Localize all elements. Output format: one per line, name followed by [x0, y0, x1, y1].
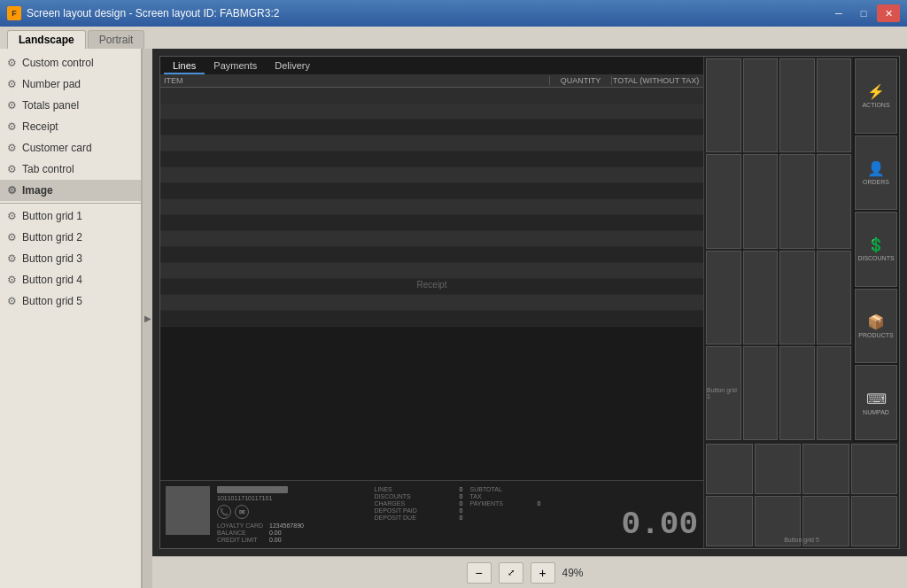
table-row — [160, 135, 703, 151]
totals-subtotal-section: SUBTOTAL TAX PAYMENTS — [470, 486, 541, 543]
grid-cell-labeled[interactable]: Button grid 1 — [706, 346, 741, 440]
sidebar-label-totals-panel: Totals panel — [22, 99, 79, 112]
sidebar-item-number-pad[interactable]: ⚙ Number pad — [0, 74, 141, 95]
sidebar-item-button-grid-4[interactable]: ⚙ Button grid 4 — [0, 269, 141, 290]
screen-tabs: Lines Payments Delivery — [160, 57, 703, 74]
customer-id: 1011011710117101 — [217, 495, 368, 501]
table-row — [160, 247, 703, 263]
totals-charges-label: CHARGES — [375, 500, 406, 507]
zoom-level-display: 49% — [562, 567, 593, 579]
gear-icon-6: ⚙ — [7, 163, 17, 175]
sidebar-item-totals-panel[interactable]: ⚙ Totals panel — [0, 95, 141, 116]
grid-cell[interactable] — [779, 346, 815, 440]
bottom-grid-cell[interactable] — [851, 444, 898, 494]
grid-cell[interactable] — [743, 58, 779, 152]
grid-cell[interactable] — [743, 251, 779, 344]
table-row — [160, 151, 703, 167]
customer-card-section: 1011011710117101 📞 ✉ LOYALTY CARD 123 — [160, 480, 703, 548]
grid-cell[interactable] — [706, 154, 741, 248]
gear-icon-8: ⚙ — [7, 210, 17, 222]
screen-tab-payments[interactable]: Payments — [205, 58, 266, 74]
tab-portrait[interactable]: Portrait — [88, 30, 145, 49]
sidebar-label-number-pad: Number pad — [22, 78, 81, 90]
sidebar-item-receipt[interactable]: ⚙ Receipt — [0, 116, 141, 137]
receipt-label: Receipt — [417, 279, 447, 289]
lines-body: Receipt — [160, 88, 703, 480]
table-row — [160, 88, 703, 104]
gear-icon-5: ⚙ — [7, 142, 17, 154]
sidebar-item-customer-card[interactable]: ⚙ Customer card — [0, 137, 141, 159]
right-panels: Button grid 1 — [704, 57, 899, 548]
grid-cell[interactable] — [817, 346, 852, 440]
screen-tab-delivery[interactable]: Delivery — [266, 58, 319, 74]
totals-payments-value: 0 — [523, 500, 541, 507]
action-btn-orders[interactable]: 👤 ORDERS — [855, 135, 897, 211]
titlebar: F Screen layout design - Screen layout I… — [0, 0, 907, 27]
button-grid-1-label: Button grid 1 — [707, 387, 740, 399]
phone-button[interactable]: 📞 — [217, 505, 231, 519]
totals-tax-value — [523, 493, 541, 499]
amount-due-container: 0.00 — [548, 486, 699, 543]
close-button[interactable]: ✕ — [877, 4, 900, 22]
table-row — [160, 311, 703, 327]
table-row — [160, 104, 703, 120]
sidebar-item-tab-control[interactable]: ⚙ Tab control — [0, 159, 141, 180]
credit-limit-field: CREDIT LIMIT 0.00 — [217, 537, 368, 543]
totals-row-discounts: DISCOUNTS 0 — [375, 493, 463, 499]
balance-field: BALANCE 0.00 — [217, 530, 368, 536]
grid-cell[interactable] — [779, 251, 815, 344]
minimize-button[interactable]: ─ — [827, 4, 850, 22]
grid-cell[interactable] — [817, 154, 852, 248]
bottom-grid-cell[interactable] — [706, 444, 753, 494]
email-button[interactable]: ✉ — [235, 505, 249, 519]
grid-cell[interactable] — [706, 251, 741, 344]
app-icon: F — [7, 6, 21, 20]
receipt-area: Lines Payments Delivery ITEM QUANTITY TO… — [160, 57, 704, 548]
grid-cell[interactable] — [779, 154, 815, 248]
sidebar-item-button-grid-2[interactable]: ⚙ Button grid 2 — [0, 227, 141, 248]
action-btn-products[interactable]: 📦 PRODUCTS — [855, 289, 897, 364]
discounts-label: DISCOUNTS — [857, 255, 894, 261]
lines-header: ITEM QUANTITY TOTAL (WITHOUT TAX) — [160, 74, 703, 88]
zoom-in-button[interactable]: + — [531, 562, 555, 584]
tab-landscape[interactable]: Landscape — [7, 30, 86, 49]
bottom-grid-cell[interactable] — [706, 496, 753, 546]
grid-cell[interactable] — [706, 58, 741, 152]
grid-cell[interactable] — [743, 346, 779, 440]
sidebar-separator — [0, 203, 141, 204]
bottom-grid-cell[interactable] — [802, 444, 849, 494]
grid-cell[interactable] — [817, 58, 852, 152]
top-tabs: Landscape Portrait — [0, 27, 907, 49]
bottom-grid-cell[interactable] — [755, 444, 802, 494]
maximize-button[interactable]: □ — [852, 4, 875, 22]
table-row — [160, 215, 703, 231]
sidebar-item-button-grid-1[interactable]: ⚙ Button grid 1 — [0, 205, 141, 227]
screen-tab-lines[interactable]: Lines — [164, 58, 205, 74]
button-grid-bottom: Button grid 5 — [704, 442, 899, 548]
col-header-item: ITEM — [164, 76, 549, 85]
zoom-out-button[interactable]: − — [467, 562, 492, 584]
collapse-handle[interactable]: ▶ — [142, 49, 152, 588]
bottom-grid-cell[interactable] — [851, 496, 898, 546]
gear-icon-11: ⚙ — [7, 274, 17, 286]
sidebar-item-button-grid-5[interactable]: ⚙ Button grid 5 — [0, 290, 141, 312]
button-grid-main: Button grid 1 — [704, 57, 853, 442]
sidebar-item-image[interactable]: ⚙ Image — [0, 180, 141, 201]
action-btn-discounts[interactable]: 💲 DISCOUNTS — [855, 212, 897, 287]
products-label: PRODUCTS — [858, 332, 893, 338]
grid-cell[interactable] — [743, 154, 779, 248]
sidebar-item-button-grid-3[interactable]: ⚙ Button grid 3 — [0, 248, 141, 269]
sidebar-label-button-grid-5: Button grid 5 — [22, 295, 82, 307]
grid-cell[interactable] — [817, 251, 852, 344]
grid-cell[interactable] — [779, 58, 815, 152]
gear-icon-1: ⚙ — [7, 57, 17, 69]
loyalty-card-label: LOYALTY CARD — [217, 522, 266, 529]
credit-limit-label: CREDIT LIMIT — [217, 537, 266, 543]
totals-row-payments: PAYMENTS 0 — [470, 500, 541, 507]
action-btn-numpad[interactable]: ⌨ NUMPAD — [855, 365, 897, 440]
zoom-fit-button[interactable]: ⤢ — [499, 562, 523, 584]
sidebar-item-custom-control[interactable]: ⚙ Custom control — [0, 52, 141, 74]
table-row — [160, 295, 703, 311]
action-btn-actions[interactable]: ⚡ ACTIONS — [855, 58, 897, 134]
totals-payments-label: PAYMENTS — [470, 500, 503, 507]
